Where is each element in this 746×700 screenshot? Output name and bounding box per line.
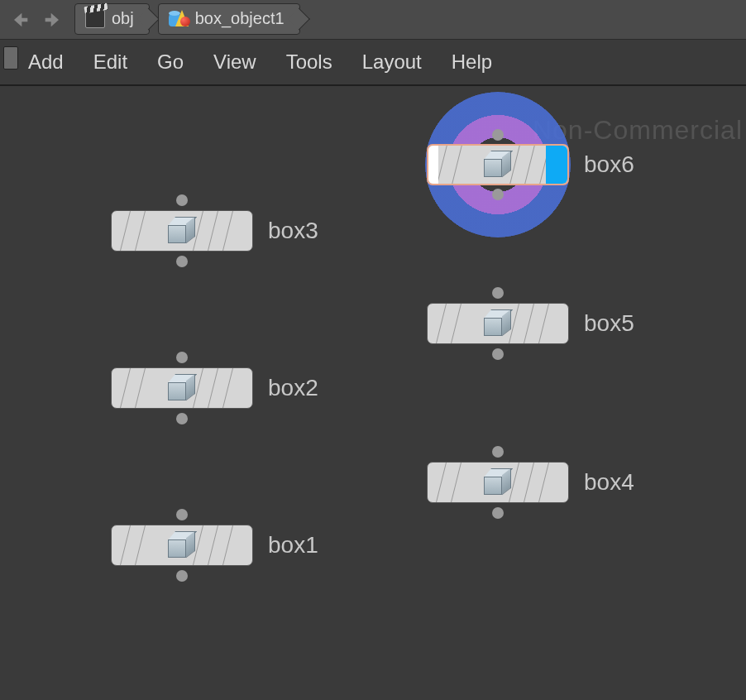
node-wrap-box4: box4 bbox=[427, 462, 634, 503]
menu-add[interactable]: Add bbox=[28, 50, 64, 74]
node-wrap-box2: box2 bbox=[111, 367, 318, 409]
node-output-connector[interactable] bbox=[492, 507, 504, 519]
box-icon bbox=[168, 217, 196, 245]
breadcrumb-obj[interactable]: obj bbox=[74, 3, 150, 35]
node-wrap-box1: box1 bbox=[111, 525, 318, 566]
nav-forward-button[interactable] bbox=[38, 5, 68, 35]
menu-help[interactable]: Help bbox=[452, 50, 492, 74]
node-box6[interactable] bbox=[427, 144, 569, 185]
breadcrumb: obj box_object1 bbox=[74, 3, 308, 36]
nav-back-button[interactable] bbox=[5, 5, 35, 35]
node-input-connector[interactable] bbox=[176, 509, 188, 520]
geometry-icon bbox=[169, 9, 189, 29]
node-box4[interactable] bbox=[427, 462, 569, 503]
menu-edit[interactable]: Edit bbox=[93, 50, 127, 74]
menu-tools[interactable]: Tools bbox=[286, 50, 332, 74]
node-input-connector[interactable] bbox=[176, 194, 188, 206]
node-output-connector[interactable] bbox=[176, 570, 188, 582]
path-toolbar: obj box_object1 bbox=[0, 0, 746, 40]
node-output-connector[interactable] bbox=[176, 413, 188, 424]
box-icon bbox=[168, 374, 196, 402]
node-label-box5: box5 bbox=[584, 310, 634, 337]
box-icon bbox=[484, 468, 512, 496]
watermark-text: Non-Commercial bbox=[533, 115, 743, 146]
menu-layout[interactable]: Layout bbox=[362, 50, 422, 74]
node-input-connector[interactable] bbox=[492, 287, 504, 299]
pin-pane-button[interactable] bbox=[3, 46, 18, 70]
breadcrumb-box-object1[interactable]: box_object1 bbox=[158, 3, 300, 35]
breadcrumb-box-object1-label: box_object1 bbox=[195, 9, 285, 28]
box-icon bbox=[168, 531, 196, 559]
node-wrap-box6: box6 bbox=[427, 144, 634, 185]
menu-go[interactable]: Go bbox=[157, 50, 184, 74]
box-icon bbox=[484, 151, 512, 179]
node-label-box2: box2 bbox=[268, 375, 318, 401]
node-display-flag[interactable] bbox=[546, 146, 567, 184]
node-label-box6: box6 bbox=[584, 151, 634, 178]
network-canvas[interactable]: Non-Commercial box6box3box5box2box4box1 bbox=[0, 86, 746, 700]
node-input-connector[interactable] bbox=[492, 129, 504, 141]
node-label-box4: box4 bbox=[584, 469, 634, 496]
network-menu-bar: Add Edit Go View Tools Layout Help bbox=[0, 40, 746, 86]
node-box1[interactable] bbox=[111, 525, 253, 566]
breadcrumb-obj-label: obj bbox=[112, 9, 134, 28]
node-input-connector[interactable] bbox=[492, 446, 504, 458]
node-box5[interactable] bbox=[427, 303, 569, 344]
node-wrap-box3: box3 bbox=[111, 210, 318, 252]
node-wrap-box5: box5 bbox=[427, 303, 634, 344]
node-label-box1: box1 bbox=[268, 532, 318, 559]
node-select-flag bbox=[428, 146, 438, 184]
clapperboard-icon bbox=[85, 9, 105, 29]
node-box3[interactable] bbox=[111, 210, 253, 252]
node-input-connector[interactable] bbox=[176, 352, 188, 363]
node-box2[interactable] bbox=[111, 367, 253, 409]
node-output-connector[interactable] bbox=[492, 348, 504, 360]
box-icon bbox=[484, 309, 512, 338]
menu-view[interactable]: View bbox=[213, 50, 256, 74]
node-output-connector[interactable] bbox=[492, 189, 504, 200]
node-label-box3: box3 bbox=[268, 218, 318, 244]
node-output-connector[interactable] bbox=[176, 256, 188, 267]
